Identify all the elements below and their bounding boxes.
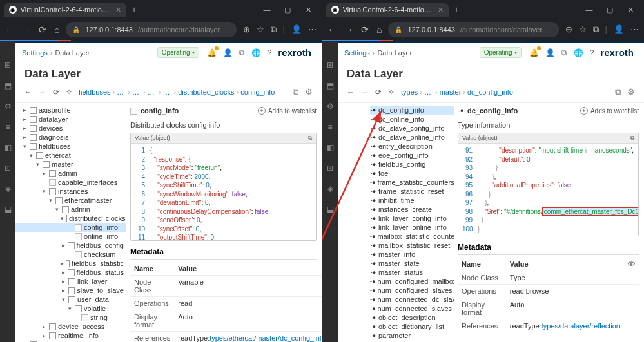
reference-link[interactable]: types/datalayer/reflection <box>542 322 620 330</box>
help-icon[interactable]: ? <box>590 48 594 57</box>
path-breadcrumb[interactable]: fieldbuses›… ›… ›… ›… ›distributed_clock… <box>79 88 286 96</box>
tree-item[interactable]: -●object_description <box>370 313 454 322</box>
globe-icon[interactable]: 🌐 <box>251 48 261 57</box>
copy-icon[interactable]: ⧉ <box>630 135 634 142</box>
nav-back-icon[interactable]: ← <box>24 88 32 97</box>
window-close-button[interactable]: ✕ <box>621 1 640 19</box>
tab-close-icon[interactable]: ✕ <box>115 6 121 14</box>
globe-icon[interactable]: 🌐 <box>574 48 583 57</box>
nav-home-icon[interactable]: ⌂ <box>376 24 382 35</box>
search-icon[interactable]: ⊕ <box>243 24 250 35</box>
reference-link[interactable]: types/ethercat/master/dc_config_info <box>210 334 322 342</box>
copy-path-icon[interactable]: ⧉ <box>615 87 621 97</box>
tree-item[interactable]: -●mailbox_statistic_reset <box>370 241 454 250</box>
value-viewer[interactable]: Value (object)⧉ 1{ 2 "response": { 3 "sy… <box>130 133 317 241</box>
window-min-button[interactable]: — <box>580 1 599 19</box>
tree-view[interactable]: ▸axisprofile ▸datalayer ▸devices ▸diagno… <box>15 103 126 342</box>
rail-icon[interactable]: ⊡ <box>327 164 333 173</box>
tree-item[interactable]: -●master_state <box>370 259 454 268</box>
value-viewer[interactable]: Value (object)⧉ 91 "description": "Input… <box>458 133 639 236</box>
nav-fwd-icon[interactable]: → <box>39 88 46 97</box>
rail-icon[interactable]: ⬒ <box>327 81 334 90</box>
settings-icon[interactable]: ⚙ <box>305 87 313 97</box>
rail-icon[interactable]: ◧ <box>327 143 334 152</box>
bell-icon[interactable]: 🔔 <box>529 48 539 57</box>
settings-icon[interactable]: ⚙ <box>627 87 635 97</box>
tree-item[interactable]: -●frame_statistic_reset <box>370 187 454 196</box>
copy-icon[interactable]: ⧉ <box>239 48 245 57</box>
tree-item[interactable]: -●dc_slave_online_info <box>370 133 454 142</box>
user-icon[interactable]: 👤 <box>545 48 555 57</box>
tree-item[interactable]: -●link_layer_config_info <box>370 214 454 223</box>
rail-icon[interactable]: ⚙ <box>327 102 334 111</box>
tree-item[interactable]: -●dc_slave_config_info <box>370 124 454 133</box>
add-watchlist-button[interactable]: +Adds to watchlist <box>580 107 639 115</box>
tree-item[interactable]: -●num_connected_slaves <box>370 304 454 313</box>
star-icon[interactable]: ☆ <box>579 24 587 35</box>
rail-icon[interactable]: ⬓ <box>327 205 334 214</box>
nav-home-icon[interactable]: ⌂ <box>54 24 59 35</box>
breadcrumb-root[interactable]: Settings <box>344 49 370 57</box>
help-icon[interactable]: ? <box>268 48 272 57</box>
url-bar[interactable]: 🔒 127.0.0.1:8443/automationcore/datalaye… <box>66 22 236 37</box>
nav-fwd-icon[interactable]: → <box>361 88 369 97</box>
nav-back-icon[interactable]: ← <box>327 24 337 35</box>
tree-item[interactable]: -●mailbox_statistic_counters <box>370 232 454 241</box>
tab-close-icon[interactable]: ✕ <box>438 6 444 14</box>
new-tab-button[interactable]: + <box>449 5 464 15</box>
nav-back-icon[interactable]: ← <box>347 88 355 97</box>
rail-icon[interactable]: ≡ <box>5 122 10 131</box>
tree-item[interactable]: -●frame_statistic_counters <box>370 178 454 187</box>
operating-status[interactable]: Operating▾ <box>157 47 199 58</box>
new-tab-button[interactable]: + <box>126 5 142 15</box>
add-watchlist-button[interactable]: +Adds to watchlist <box>258 107 317 115</box>
menu-icon[interactable]: ⋯ <box>308 24 317 35</box>
rail-icon[interactable]: ⚙ <box>5 102 12 111</box>
nav-back-icon[interactable]: ← <box>5 24 14 35</box>
nav-reload-icon[interactable]: ⟳ <box>39 24 46 35</box>
tree-item[interactable]: -●master_info <box>370 250 454 259</box>
rail-icon[interactable]: ◈ <box>5 184 11 193</box>
window-close-button[interactable]: ✕ <box>298 1 318 19</box>
operating-status[interactable]: Operating▾ <box>480 47 522 58</box>
tree-item[interactable]: -●dc_config_info <box>370 106 454 115</box>
tree-item[interactable]: -●foe <box>370 169 454 178</box>
menu-icon[interactable]: ⋯ <box>630 24 639 35</box>
tree-item[interactable]: -●object_dictionary_list <box>370 322 454 331</box>
tree-item[interactable]: -●inhibit_time <box>370 196 454 205</box>
profile-icon[interactable]: 👤 <box>291 24 302 35</box>
copy-icon[interactable]: ⧉ <box>308 135 312 142</box>
refresh-icon[interactable]: ⟳ <box>53 88 59 97</box>
browser-tab[interactable]: ◉ VirtualControl-2-6-4-motionte ✕ <box>4 3 126 17</box>
bell-icon[interactable]: 🔔 <box>207 48 217 57</box>
tree-item[interactable]: -●fieldbus_config <box>370 160 454 169</box>
tree-view[interactable]: -●dc_config_info-●dc_online_info-●dc_sla… <box>338 103 454 342</box>
nav-fwd-icon[interactable]: → <box>344 24 353 35</box>
profile-icon[interactable]: 👤 <box>614 24 624 35</box>
tree-item[interactable]: -●link_layer_online_info <box>370 223 454 232</box>
tree-item[interactable]: -●master_status <box>370 268 454 277</box>
path-breadcrumb[interactable]: types›… ›master›dc_config_info <box>401 88 609 96</box>
search-icon[interactable]: ⊕ <box>565 24 572 35</box>
tree-item[interactable]: -●num_connected_dc_slaves <box>370 295 454 304</box>
url-bar[interactable]: 🔒 127.0.0.1:8443/automationcore/datalaye… <box>388 22 558 37</box>
tree-item[interactable]: -●dc_online_info <box>370 115 454 124</box>
tree-item[interactable]: -●entry_description <box>370 142 454 151</box>
tree-item[interactable]: -●parameter <box>370 331 454 340</box>
tree-item[interactable]: -●eoe_config_info <box>370 151 454 160</box>
tree-item-config-info[interactable]: config_info <box>15 223 126 232</box>
tree-item[interactable]: -●num_configured_mailbox_slave <box>370 277 454 286</box>
rail-icon[interactable]: ⬒ <box>5 81 12 90</box>
rail-icon[interactable]: ◧ <box>5 143 12 152</box>
window-max-button[interactable]: ▢ <box>278 1 297 19</box>
extensions-icon[interactable]: ⧉ <box>593 24 599 35</box>
browser-tab[interactable]: ◉ VirtualControl-2-6-4-motionte ✕ <box>326 3 449 17</box>
star-icon[interactable]: ☆ <box>257 24 264 35</box>
refresh-icon[interactable]: ⟳ <box>375 88 382 97</box>
nav-reload-icon[interactable]: ⟳ <box>361 24 369 35</box>
tree-item[interactable]: -●instances_create <box>370 205 454 214</box>
expand-icon[interactable]: ✧ <box>66 88 72 97</box>
rail-icon[interactable]: ≡ <box>327 122 332 131</box>
rail-icon[interactable]: ⊡ <box>5 164 11 173</box>
copy-icon[interactable]: ⧉ <box>561 48 567 57</box>
